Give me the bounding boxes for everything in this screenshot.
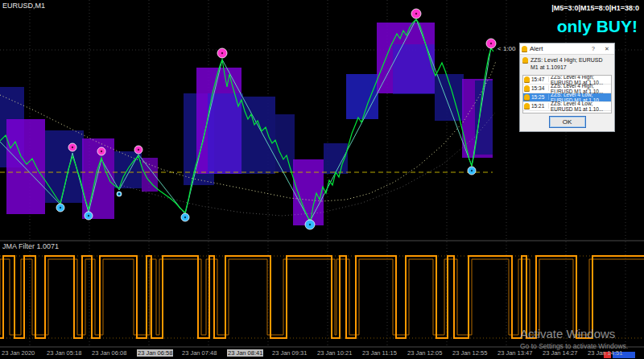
symbol-label: EURUSD,M1 (2, 2, 45, 10)
buy-marker-dot (88, 215, 89, 217)
buy-marker-dot (184, 217, 186, 218)
alert-row-time: 15:25 (531, 94, 549, 100)
axis-label: 23 Jan 05:18 (47, 349, 81, 357)
bell-icon (524, 76, 530, 82)
signal-text: only BUY! (557, 17, 638, 36)
axis-label: 23 Jan 06:08 (92, 349, 126, 357)
axis-label: 23 Jan 13:47 (497, 349, 532, 357)
alert-row-time: 15:47 (531, 76, 549, 82)
axis-label: 23 Jan 11:15 (362, 349, 397, 357)
signal-box (435, 74, 464, 121)
buy-marker-dot (60, 207, 61, 208)
alert-row-time: 15:21 (531, 103, 549, 109)
sell-marker-dot (490, 43, 492, 44)
bell-icon (522, 57, 528, 63)
activate-windows-subtext: Go to Settings to activate Windows. (520, 342, 628, 350)
bell-icon (524, 103, 530, 109)
axis-label: 23 Jan 06:58 (137, 349, 173, 357)
axis-label: 23 Jan 09:31 (272, 349, 307, 357)
sell-marker-dot (221, 52, 223, 54)
signal-box (243, 97, 275, 174)
timeframe-info: |M5=3:0|M15=8:0|H1=38:0 (551, 4, 639, 12)
alert-message-row: ZZS: Level 4 High; EURUSD M1 at 1.10917 (520, 55, 614, 73)
ok-button[interactable]: OK (549, 116, 586, 128)
axis-label: 23 Jan 12:05 (407, 349, 442, 357)
sell-marker-dot (138, 149, 139, 151)
axis-label: 23 Jan 2020 (2, 349, 35, 357)
alert-title: Alert (530, 45, 585, 52)
axis-label: 23 Jan 08:41 (227, 349, 263, 357)
alert-row-text: ZZS: Level 4 Low; EURUSD M1 at 1.10... (551, 101, 610, 112)
help-button[interactable]: ? (588, 44, 599, 53)
signal-box (142, 158, 158, 192)
signal-box (45, 130, 84, 203)
signal-box (346, 74, 378, 119)
alert-dialog: Alert ? ✕ ZZS: Level 4 High; EURUSD M1 a… (519, 43, 615, 132)
axis-label: 23 Jan 10:21 (317, 349, 352, 357)
sell-marker-dot (101, 151, 102, 152)
buy-marker-dot (471, 170, 473, 171)
bell-icon (522, 46, 527, 52)
axis-label: 23 Jan 14:27 (543, 349, 577, 357)
buy-marker-dot (118, 193, 120, 195)
mt4-window: { "window": { "symbol_label": "EURUSD,M1… (0, 0, 644, 359)
sell-marker-dot (72, 146, 73, 148)
alert-message: ZZS: Level 4 High; EURUSD M1 at 1.10917 (530, 57, 612, 72)
axis-label: 23 Jan 12:55 (452, 349, 487, 357)
indicator-label: JMA Filter 1.0071 (2, 242, 59, 250)
alert-row[interactable]: 15:21 ZZS: Level 4 Low; EURUSD M1 at 1.1… (523, 102, 611, 111)
signal-box (6, 119, 45, 214)
buy-marker-dot (309, 224, 311, 225)
close-icon[interactable]: ✕ (601, 44, 613, 53)
bell-icon (524, 85, 530, 91)
axis-label: 23 Jan 07:48 (182, 349, 217, 357)
activate-windows-text: Activate Windows (520, 327, 615, 340)
sell-marker-dot (415, 13, 417, 14)
alert-titlebar[interactable]: Alert ? ✕ (520, 43, 614, 55)
axis-label: 23 Jan 14:51 (588, 349, 622, 357)
bar-countdown: < 1:00 (497, 45, 515, 52)
bell-icon (524, 94, 530, 100)
alert-history-list: 15:47 ZZS: Level 4 High; EURUSD M1 at 1.… (522, 75, 612, 113)
alert-row-time: 15:34 (531, 85, 549, 91)
